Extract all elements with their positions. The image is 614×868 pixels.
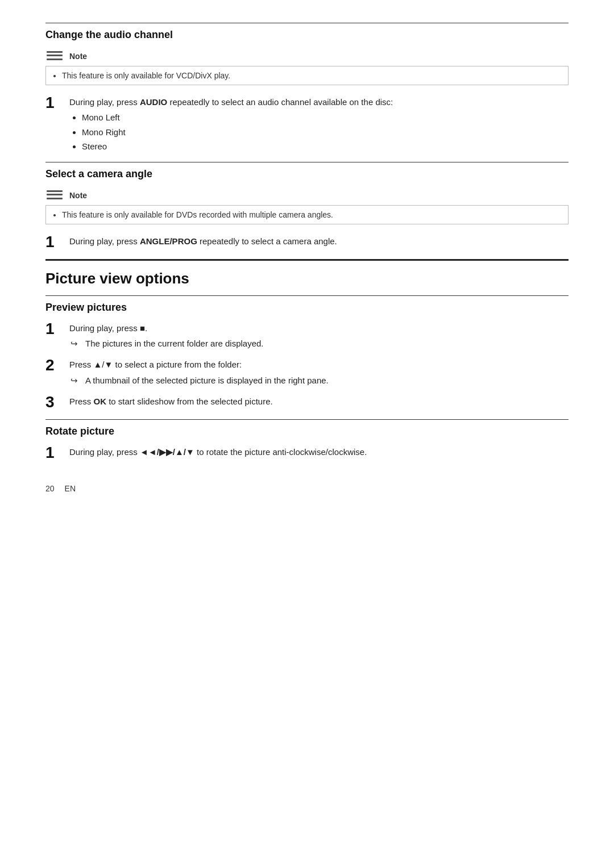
picture-view-big-divider	[45, 259, 569, 261]
camera-note-line1	[47, 190, 63, 192]
step-content-1: During play, press AUDIO repeatedly to s…	[69, 95, 569, 154]
preview-step2-number: 2	[45, 357, 69, 374]
rotate-step1-number: 1	[45, 444, 69, 462]
rotate-step1-content: During play, press ◄◄/▶▶/▲/▼ to rotate t…	[69, 445, 569, 458]
note-icon-line3	[47, 59, 63, 60]
camera-note-icon-lines	[47, 189, 63, 201]
note-text: This feature is only available for VCD/D…	[62, 71, 561, 80]
camera-note-label: Note	[69, 191, 87, 200]
preview-top-divider	[45, 295, 569, 296]
rotate-step1-suffix: to rotate the picture anti-clockwise/clo…	[194, 447, 367, 457]
preview-step1-text: During play, press ■.	[69, 323, 147, 333]
step1-text-suffix: repeatedly to select an audio channel av…	[167, 97, 393, 107]
camera-step1-bold: ANGLE/PROG	[140, 236, 197, 246]
preview-pictures-section: Preview pictures 1 During play, press ■.…	[45, 295, 569, 411]
rotate-picture-section: Rotate picture 1 During play, press ◄◄/▶…	[45, 419, 569, 462]
change-audio-title: Change the audio channel	[45, 29, 569, 41]
camera-note: Note This feature is only available for …	[45, 188, 569, 224]
preview-step1-arrow-icon: ↪	[70, 337, 83, 350]
camera-note-line3	[47, 198, 63, 199]
preview-step2-arrow-text: A thumbnail of the selected picture is d…	[85, 374, 329, 387]
preview-step1-arrow-item: ↪ The pictures in the current folder are…	[70, 337, 569, 350]
camera-note-text: This feature is only available for DVDs …	[62, 210, 561, 219]
select-camera-section: Select a camera angle Note This feature …	[45, 162, 569, 251]
page-number: 20	[45, 484, 55, 493]
audio-bullet-mono-right: Mono Right	[82, 126, 569, 139]
preview-step2: 2 Press ▲/▼ to select a picture from the…	[45, 358, 569, 387]
section-top-divider	[45, 23, 569, 23]
note-icon-line1	[47, 51, 63, 53]
note-content: This feature is only available for VCD/D…	[45, 66, 569, 85]
camera-note-line2	[47, 194, 63, 195]
rotate-subtitle: Rotate picture	[45, 425, 569, 437]
step-number-1: 1	[45, 94, 69, 112]
preview-step3: 3 Press OK to start slideshow from the s…	[45, 395, 569, 411]
change-audio-note: Note This feature is only available for …	[45, 49, 569, 85]
audio-bullet-stereo: Stereo	[82, 140, 569, 153]
picture-view-title: Picture view options	[45, 270, 569, 287]
change-audio-step1: 1 During play, press AUDIO repeatedly to…	[45, 95, 569, 154]
camera-note-header: Note	[45, 188, 569, 202]
audio-bullet-mono-left: Mono Left	[82, 111, 569, 124]
change-audio-section: Change the audio channel Note This featu…	[45, 23, 569, 154]
preview-subtitle: Preview pictures	[45, 302, 569, 314]
preview-step3-prefix: Press	[69, 397, 94, 406]
page-lang: EN	[65, 484, 76, 493]
picture-view-section: Picture view options Preview pictures 1 …	[45, 259, 569, 462]
camera-step1-prefix: During play, press	[69, 236, 140, 246]
note-icon-lines	[47, 50, 63, 61]
camera-title: Select a camera angle	[45, 168, 569, 180]
preview-step1-number: 1	[45, 320, 69, 338]
camera-note-content: This feature is only available for DVDs …	[45, 205, 569, 224]
camera-top-divider	[45, 162, 569, 162]
note-icon-line2	[47, 55, 63, 56]
step1-text-prefix: During play, press	[69, 97, 140, 107]
preview-step1: 1 During play, press ■. ↪ The pictures i…	[45, 322, 569, 350]
camera-note-icon	[45, 189, 64, 202]
preview-step3-number: 3	[45, 394, 69, 411]
rotate-step1-prefix: During play, press	[69, 447, 140, 457]
camera-step1: 1 During play, press ANGLE/PROG repeated…	[45, 235, 569, 251]
camera-step1-suffix: repeatedly to select a camera angle.	[197, 236, 337, 246]
preview-step1-arrow-text: The pictures in the current folder are d…	[85, 337, 264, 350]
step1-bold: AUDIO	[140, 97, 167, 107]
preview-step2-content: Press ▲/▼ to select a picture from the f…	[69, 358, 569, 387]
audio-bullet-list: Mono Left Mono Right Stereo	[69, 111, 569, 153]
preview-step3-content: Press OK to start slideshow from the sel…	[69, 395, 569, 408]
preview-step2-arrow-item: ↪ A thumbnail of the selected picture is…	[70, 374, 569, 387]
camera-step-number-1: 1	[45, 233, 69, 251]
preview-step1-content: During play, press ■. ↪ The pictures in …	[69, 322, 569, 350]
rotate-top-divider	[45, 419, 569, 420]
preview-step2-arrow-icon: ↪	[70, 374, 83, 387]
preview-step2-text: Press ▲/▼ to select a picture from the f…	[69, 360, 242, 369]
preview-step3-bold: OK	[94, 397, 107, 406]
page-footer: 20 EN	[45, 484, 569, 493]
rotate-step1: 1 During play, press ◄◄/▶▶/▲/▼ to rotate…	[45, 445, 569, 462]
note-header: Note	[45, 49, 569, 62]
preview-step3-suffix: to start slideshow from the selected pic…	[106, 397, 273, 406]
rotate-step1-bold: ◄◄/▶▶/▲/▼	[140, 447, 194, 457]
note-label: Note	[69, 52, 87, 61]
note-icon	[45, 50, 64, 62]
camera-step-content-1: During play, press ANGLE/PROG repeatedly…	[69, 235, 569, 248]
